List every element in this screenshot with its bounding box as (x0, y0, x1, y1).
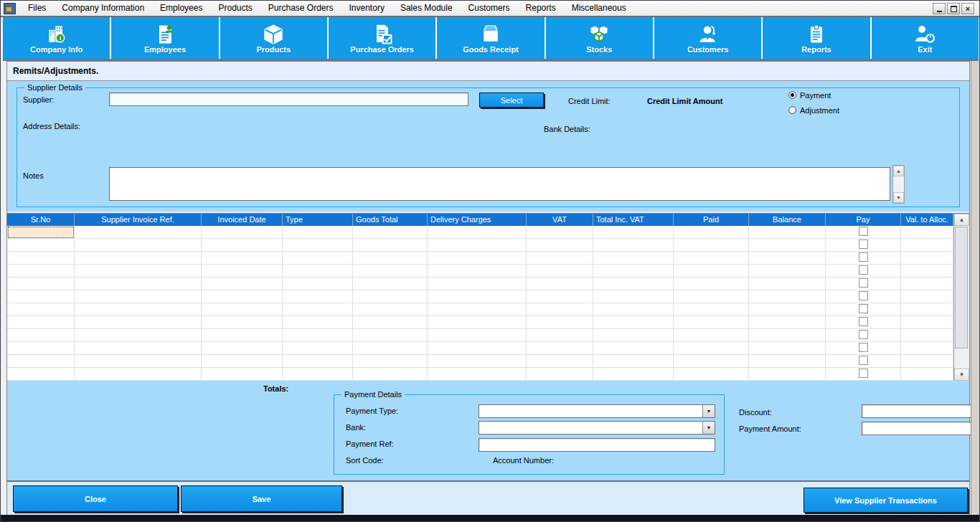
radio-circle-payment[interactable] (788, 91, 796, 99)
grid-header-delivery-charges[interactable]: Delivery Charges (428, 214, 527, 226)
grid-cell[interactable] (202, 316, 283, 329)
grid-cell[interactable] (202, 277, 283, 290)
grid-cell[interactable] (7, 316, 75, 329)
grid-cell[interactable] (674, 252, 749, 265)
grid-cell[interactable] (901, 277, 953, 290)
menu-item-company-information[interactable]: Company Information (54, 1, 152, 16)
grid-cell[interactable] (674, 316, 749, 329)
grid-cell[interactable] (7, 355, 75, 368)
grid-cell[interactable] (674, 265, 749, 277)
grid-cell[interactable] (283, 239, 353, 252)
grid-cell[interactable] (674, 368, 749, 381)
pay-checkbox[interactable] (859, 278, 868, 288)
grid-cell[interactable] (202, 226, 283, 239)
grid-cell[interactable] (353, 226, 428, 239)
grid-cell[interactable] (901, 265, 953, 277)
grid-cell[interactable] (749, 342, 826, 355)
payment-type-dropdown-button[interactable]: ▼ (702, 405, 715, 417)
grid-cell[interactable] (283, 290, 353, 303)
grid-cell[interactable] (749, 329, 826, 342)
grid-cell[interactable] (353, 355, 428, 368)
grid-header-val-to-alloc[interactable]: Val. to Alloc. (901, 214, 953, 226)
grid-cell[interactable] (674, 303, 749, 316)
grid-cell[interactable] (428, 329, 527, 342)
grid-cell[interactable] (353, 277, 428, 290)
grid-cell[interactable] (428, 265, 527, 277)
toolbar-button-reports[interactable]: Reports (763, 17, 870, 59)
grid-cell[interactable] (527, 355, 593, 368)
grid-cell[interactable] (283, 265, 353, 277)
grid-cell[interactable] (901, 316, 953, 329)
grid-cell[interactable] (283, 342, 353, 355)
grid-cell[interactable] (527, 265, 593, 277)
grid-cell[interactable] (593, 355, 674, 368)
grid-cell[interactable] (749, 265, 826, 277)
bank-input[interactable] (479, 422, 702, 434)
grid-header-sr-no[interactable]: Sr.No (7, 214, 75, 226)
grid-header-total-inc-vat[interactable]: Total Inc. VAT (593, 214, 674, 226)
grid-cell[interactable] (75, 329, 202, 342)
grid-cell[interactable] (428, 239, 527, 252)
pay-checkbox[interactable] (859, 343, 868, 352)
menu-item-reports[interactable]: Reports (518, 1, 564, 16)
notes-scroll-up-button[interactable]: ▲ (893, 166, 904, 176)
grid-cell[interactable] (283, 329, 353, 342)
grid-header-paid[interactable]: Paid (674, 214, 749, 226)
discount-input[interactable] (862, 404, 971, 418)
grid-cell[interactable] (283, 355, 353, 368)
grid-cell[interactable] (593, 342, 674, 355)
grid-cell[interactable] (826, 226, 901, 239)
grid-cell[interactable] (674, 290, 749, 303)
grid-cell[interactable] (593, 303, 674, 316)
grid-cell[interactable] (749, 316, 826, 329)
grid-cell[interactable] (75, 316, 202, 329)
close-button[interactable]: Close (13, 485, 178, 512)
grid-cell[interactable] (593, 277, 674, 290)
grid-cell[interactable] (7, 303, 75, 316)
menu-item-employees[interactable]: Employees (152, 1, 210, 16)
grid-cell[interactable] (202, 368, 283, 381)
grid-cell[interactable] (202, 265, 283, 277)
grid-cell[interactable] (353, 329, 428, 342)
grid-cell[interactable] (428, 226, 527, 239)
pay-checkbox[interactable] (859, 265, 868, 275)
grid-cell[interactable] (353, 303, 428, 316)
grid-cell[interactable] (353, 368, 428, 381)
grid-header-type[interactable]: Type (283, 214, 353, 226)
grid-cell[interactable] (7, 239, 75, 252)
grid-cell[interactable] (283, 368, 353, 381)
grid-cell[interactable] (826, 368, 901, 381)
grid-cell[interactable] (202, 329, 283, 342)
grid-cell[interactable] (674, 239, 749, 252)
grid-cell[interactable] (901, 368, 953, 381)
grid-cell[interactable] (283, 226, 353, 239)
grid-cell[interactable] (749, 277, 826, 290)
grid-cell[interactable] (527, 316, 593, 329)
grid-cell[interactable] (674, 329, 749, 342)
grid-cell[interactable] (75, 368, 202, 381)
grid-cell[interactable] (527, 368, 593, 381)
grid-cell[interactable] (7, 342, 75, 355)
menu-item-customers[interactable]: Customers (461, 1, 518, 16)
grid-cell[interactable] (901, 329, 953, 342)
grid-cell[interactable] (428, 252, 527, 265)
grid-cell[interactable] (826, 277, 901, 290)
grid-cell[interactable] (674, 226, 749, 239)
toolbar-button-employees[interactable]: Employees (111, 17, 218, 59)
grid-cell[interactable] (593, 226, 674, 239)
radio-circle-adjustment[interactable] (788, 106, 796, 114)
grid-cell[interactable] (353, 265, 428, 277)
grid-cell[interactable] (826, 355, 901, 368)
grid-cell[interactable] (75, 226, 202, 239)
grid-cell[interactable] (7, 277, 75, 290)
grid-cell[interactable] (527, 252, 593, 265)
grid-cell[interactable] (749, 303, 826, 316)
toolbar-button-purchase-orders[interactable]: Purchase Orders (329, 17, 435, 59)
grid-cell[interactable] (826, 265, 901, 277)
payment-ref-input[interactable] (479, 438, 715, 452)
grid-cell[interactable] (527, 342, 593, 355)
grid-cell[interactable] (202, 239, 283, 252)
grid-header-pay[interactable]: Pay (826, 214, 901, 226)
bank-combobox[interactable]: ▼ (479, 421, 715, 435)
grid-cell[interactable] (75, 303, 202, 316)
